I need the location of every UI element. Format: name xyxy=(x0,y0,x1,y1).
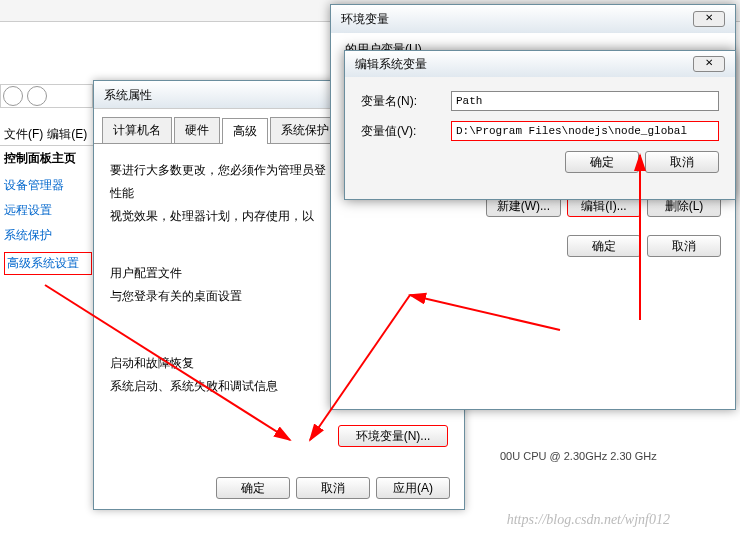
edit-variable-dialog: 编辑系统变量 ✕ 变量名(N): 变量值(V): 确定 取消 xyxy=(344,50,736,200)
var-value-input[interactable] xyxy=(451,121,719,141)
envvar-cancel-button[interactable]: 取消 xyxy=(647,235,721,257)
nav-fwd-icon[interactable] xyxy=(27,86,47,106)
sidebar-link-advanced[interactable]: 高级系统设置 xyxy=(4,252,92,275)
menu-bar: 文件(F) 编辑(E) xyxy=(0,124,93,146)
control-panel-sidebar: 控制面板主页 设备管理器 远程设置 系统保护 高级系统设置 xyxy=(4,150,92,283)
tab-hardware[interactable]: 硬件 xyxy=(174,117,220,143)
var-value-label: 变量值(V): xyxy=(361,123,451,140)
editvar-ok-button[interactable]: 确定 xyxy=(565,151,639,173)
cpu-info: 00U CPU @ 2.30GHz 2.30 GHz xyxy=(500,450,657,462)
envvar-ok-button[interactable]: 确定 xyxy=(567,235,641,257)
env-vars-button[interactable]: 环境变量(N)... xyxy=(338,425,448,447)
sidebar-link-remote[interactable]: 远程设置 xyxy=(4,202,92,219)
tab-advanced[interactable]: 高级 xyxy=(222,118,268,144)
close-icon[interactable]: ✕ xyxy=(693,56,725,72)
explorer-nav xyxy=(0,84,93,108)
sidebar-link-device-mgr[interactable]: 设备管理器 xyxy=(4,177,92,194)
var-name-input[interactable] xyxy=(451,91,719,111)
close-icon[interactable]: ✕ xyxy=(693,11,725,27)
editvar-title: 编辑系统变量 xyxy=(355,56,427,73)
watermark: https://blog.csdn.net/wjnf012 xyxy=(507,512,670,528)
sidebar-title: 控制面板主页 xyxy=(4,150,92,167)
var-name-label: 变量名(N): xyxy=(361,93,451,110)
sidebar-link-sysprotect[interactable]: 系统保护 xyxy=(4,227,92,244)
sysprops-ok-button[interactable]: 确定 xyxy=(216,477,290,499)
tab-computer-name[interactable]: 计算机名 xyxy=(102,117,172,143)
nav-back-icon[interactable] xyxy=(3,86,23,106)
envvar-title: 环境变量 xyxy=(341,11,389,28)
menu-edit[interactable]: 编辑(E) xyxy=(47,126,87,143)
editvar-cancel-button[interactable]: 取消 xyxy=(645,151,719,173)
sysprops-cancel-button[interactable]: 取消 xyxy=(296,477,370,499)
sysprops-apply-button[interactable]: 应用(A) xyxy=(376,477,450,499)
menu-file[interactable]: 文件(F) xyxy=(4,126,43,143)
